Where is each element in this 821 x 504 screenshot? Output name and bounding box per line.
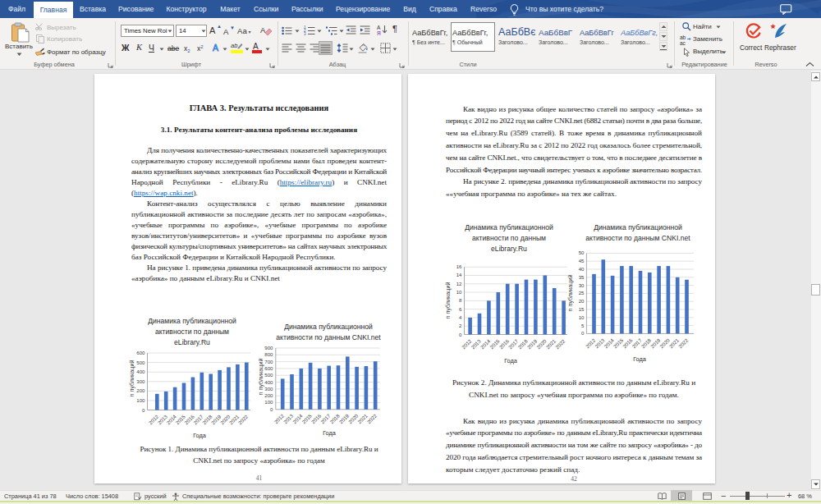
svg-text:10: 10 xyxy=(579,314,585,320)
svg-text:100: 100 xyxy=(136,397,145,403)
svg-text:А: А xyxy=(377,25,381,30)
svg-text:500: 500 xyxy=(264,372,273,378)
svg-text:14: 14 xyxy=(456,272,462,277)
svg-text:400: 400 xyxy=(136,369,145,374)
svg-text:активности по данным: активности по данным xyxy=(155,328,229,336)
svg-text:Года: Года xyxy=(504,357,518,364)
svg-text:Года: Года xyxy=(323,429,337,437)
svg-text:100: 100 xyxy=(264,399,273,405)
svg-text:35: 35 xyxy=(579,274,585,280)
svg-text:900: 900 xyxy=(264,345,273,351)
svg-text:активности по данным CNKI.net: активности по данным CNKI.net xyxy=(585,234,690,242)
svg-text:4: 4 xyxy=(459,314,462,320)
svg-text:500: 500 xyxy=(136,360,145,365)
svg-text:n публикаций: n публикаций xyxy=(444,282,452,318)
svg-text:0: 0 xyxy=(142,407,145,413)
svg-text:Года: Года xyxy=(193,432,207,439)
svg-text:6: 6 xyxy=(459,306,462,312)
svg-text:15: 15 xyxy=(579,306,585,312)
svg-text:25: 25 xyxy=(579,290,585,296)
svg-text:0: 0 xyxy=(581,330,585,336)
svg-text:600: 600 xyxy=(264,365,273,371)
svg-text:45: 45 xyxy=(579,258,585,263)
svg-text:600: 600 xyxy=(136,350,145,355)
svg-text:2022: 2022 xyxy=(237,413,250,425)
svg-text:Динамика публикационной: Динамика публикационной xyxy=(284,323,373,331)
svg-text:400: 400 xyxy=(264,379,273,385)
svg-text:50: 50 xyxy=(579,250,585,255)
svg-text:n публикаций: n публикаций xyxy=(566,274,574,311)
svg-text:eLibrary.Ru: eLibrary.Ru xyxy=(491,245,527,253)
svg-text:700: 700 xyxy=(264,359,273,364)
svg-text:Я: Я xyxy=(377,30,381,35)
svg-text:300: 300 xyxy=(136,378,145,384)
svg-text:10: 10 xyxy=(456,289,462,295)
svg-text:20: 20 xyxy=(579,298,585,304)
svg-text:300: 300 xyxy=(264,386,273,392)
svg-text:2022: 2022 xyxy=(365,412,378,424)
svg-text:Динамика публикационной: Динамика публикационной xyxy=(148,317,236,325)
svg-text:0: 0 xyxy=(459,332,462,337)
svg-text:активности по данным: активности по данным xyxy=(472,234,546,242)
svg-text:800: 800 xyxy=(264,351,273,357)
svg-text:2: 2 xyxy=(459,323,462,328)
svg-text:2022: 2022 xyxy=(677,337,690,349)
svg-text:0: 0 xyxy=(270,406,273,412)
svg-text:Динамика публикационной: Динамика публикационной xyxy=(594,223,682,231)
svg-text:eLibrary.Ru: eLibrary.Ru xyxy=(174,338,210,346)
svg-text:Года: Года xyxy=(633,355,647,363)
svg-text:Динамика публикационной: Динамика публикационной xyxy=(465,223,553,231)
svg-text:3: 3 xyxy=(304,32,306,35)
svg-text:200: 200 xyxy=(264,392,273,398)
svg-text:активности по данным CNKI.net: активности по данным CNKI.net xyxy=(276,333,381,341)
svg-text:12: 12 xyxy=(456,281,462,286)
svg-text:n публикаций: n публикаций xyxy=(259,358,264,395)
svg-text:n публикаций: n публикаций xyxy=(128,360,135,396)
svg-text:30: 30 xyxy=(579,282,585,288)
svg-text:200: 200 xyxy=(136,387,145,393)
svg-text:40: 40 xyxy=(579,266,585,272)
svg-text:16: 16 xyxy=(456,263,462,269)
svg-text:8: 8 xyxy=(459,297,462,303)
svg-text:5: 5 xyxy=(581,323,585,328)
